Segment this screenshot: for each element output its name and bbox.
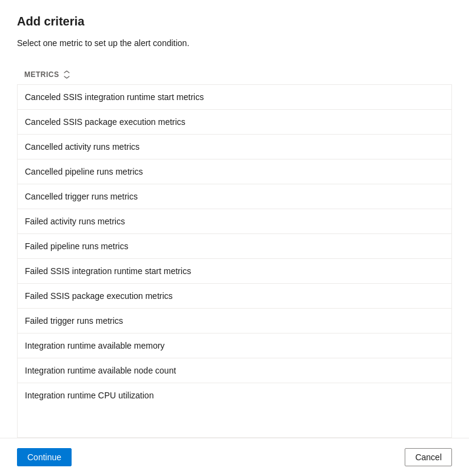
metric-item[interactable]: Failed SSIS integration runtime start me… <box>18 259 451 284</box>
metric-item[interactable]: Integration runtime CPU utilization <box>18 383 451 407</box>
metric-item[interactable]: Canceled SSIS integration runtime start … <box>18 85 451 110</box>
metric-item[interactable]: Cancelled pipeline runs metrics <box>18 159 451 184</box>
metric-item[interactable]: Failed trigger runs metrics <box>18 309 451 334</box>
add-criteria-dialog: Add criteria Select one metric to set up… <box>0 0 469 476</box>
sort-icon[interactable] <box>62 70 72 79</box>
dialog-title: Add criteria <box>17 15 452 28</box>
metrics-list[interactable]: Canceled SSIS integration runtime start … <box>17 85 452 438</box>
cancel-button[interactable]: Cancel <box>405 448 452 466</box>
metric-item[interactable]: Cancelled trigger runs metrics <box>18 184 451 209</box>
dialog-footer: Continue Cancel <box>0 438 469 476</box>
metric-item[interactable]: Cancelled activity runs metrics <box>18 135 451 159</box>
metric-item[interactable]: Failed pipeline runs metrics <box>18 234 451 259</box>
dialog-header: Add criteria Select one metric to set up… <box>0 0 469 65</box>
metric-item[interactable]: Canceled SSIS package execution metrics <box>18 110 451 135</box>
metrics-section: METRICS Canceled SSIS integration runtim… <box>0 65 469 438</box>
metric-item[interactable]: Failed activity runs metrics <box>18 209 451 234</box>
metric-item[interactable]: Integration runtime available node count <box>18 358 451 383</box>
continue-button[interactable]: Continue <box>17 448 72 466</box>
metrics-column-header: METRICS <box>17 65 452 85</box>
metric-item[interactable]: Integration runtime available memory <box>18 334 451 358</box>
dialog-subtitle: Select one metric to set up the alert co… <box>17 38 452 48</box>
metrics-header-label: METRICS <box>24 70 59 79</box>
metric-item[interactable]: Failed SSIS package execution metrics <box>18 284 451 309</box>
